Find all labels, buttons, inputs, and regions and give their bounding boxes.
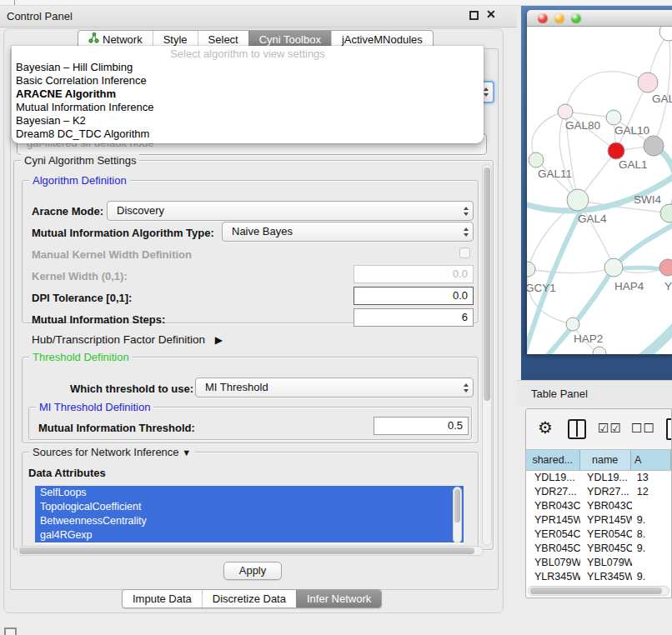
network-edge[interactable] — [528, 268, 614, 273]
tab-infer-network[interactable]: Infer Network — [296, 590, 381, 608]
table-cell: 9. — [632, 542, 671, 556]
network-edge-thick[interactable] — [637, 314, 672, 354]
window-minimize-icon[interactable] — [554, 13, 564, 23]
gear-icon[interactable]: ⚙ — [538, 418, 553, 438]
network-node-hap4[interactable] — [604, 258, 623, 277]
table-hscrollbar[interactable] — [528, 586, 669, 596]
table-row[interactable]: YBR045CYBR045C9. — [526, 542, 671, 556]
network-node-swi4[interactable] — [660, 204, 672, 222]
table-cell: YLR345W — [580, 570, 632, 584]
network-edge[interactable] — [565, 72, 648, 112]
dpi-tolerance-field[interactable]: 0.0 — [354, 287, 474, 305]
attribute-item[interactable]: BetweennessCentrality — [35, 514, 464, 528]
data-attributes-list[interactable]: SelfLoopsTopologicalCoefficientBetweenne… — [35, 486, 464, 544]
close-panel-icon[interactable]: ✕ — [486, 8, 496, 21]
minimized-panel-icon[interactable] — [4, 628, 17, 635]
settings-vscrollbar[interactable] — [482, 164, 492, 546]
network-edge[interactable] — [654, 33, 670, 146]
table-cell: YBL079W — [526, 556, 580, 570]
document-icon[interactable] — [666, 418, 672, 440]
attributes-vscrollbar[interactable] — [453, 487, 462, 543]
which-threshold-combo[interactable]: MI Threshold — [195, 378, 474, 398]
apply-button[interactable]: Apply — [223, 562, 282, 580]
column-header-name[interactable]: name — [580, 450, 631, 470]
table-cell: 9. — [632, 513, 671, 528]
table-header: shared... name A — [526, 449, 671, 471]
kernel-width-field[interactable]: 0.0 — [354, 265, 474, 283]
table-row[interactable]: YBL079WYBL079W — [526, 556, 671, 570]
node-label: GAL80 — [565, 119, 600, 132]
algorithm-option[interactable]: Bayesian – K2 — [12, 114, 484, 128]
attribute-item[interactable]: SelfLoops — [35, 486, 464, 500]
network-node[interactable] — [644, 136, 664, 156]
cyni-settings-title: Cyni Algorithm Settings — [21, 154, 139, 167]
table-cell: YBL079W — [580, 556, 632, 570]
table-row[interactable]: YER054CYER054C8. — [526, 528, 671, 542]
which-threshold-value: MI Threshold — [205, 381, 268, 393]
network-node[interactable] — [593, 347, 606, 354]
tab-impute-data[interactable]: Impute Data — [123, 590, 202, 608]
which-threshold-label: Which threshold to use: — [70, 382, 193, 395]
table-row[interactable]: YDR27...YDR27...12 — [526, 485, 671, 499]
float-panel-icon[interactable] — [469, 11, 479, 20]
table-panel-title: Table Panel — [531, 388, 588, 400]
table-cell: YBR043C — [526, 499, 580, 513]
attribute-item[interactable]: TopologicalCoefficient — [35, 500, 464, 514]
aracne-mode-combo[interactable]: Discovery — [107, 201, 474, 221]
network-node-gal[interactable] — [638, 72, 658, 92]
network-window-titlebar — [527, 10, 672, 27]
node-label: GAL1 — [619, 158, 648, 171]
network-node-gal11[interactable] — [529, 152, 544, 168]
manual-kernel-checkbox[interactable] — [459, 248, 470, 258]
network-node-y[interactable] — [659, 259, 672, 276]
sources-title[interactable]: Sources for Network Inference ▼ — [29, 446, 194, 458]
settings-hscrollbar[interactable] — [17, 546, 484, 556]
network-node-hap2[interactable] — [566, 318, 579, 331]
table-row[interactable]: YPR145WYPR145W9. — [526, 513, 671, 528]
table-row[interactable]: YBR043CYBR043C — [526, 499, 671, 513]
mi-threshold-field[interactable]: 0.5 — [374, 417, 469, 435]
algorithm-definition-title: Algorithm Definition — [29, 174, 130, 187]
table-browser: ⚙ ☑☑ ☐☐ shared... name A YDL19...YDL19..… — [525, 408, 672, 598]
network-node-gcy1[interactable] — [527, 262, 535, 277]
mi-threshold-label: Mutual Information Threshold: — [38, 422, 195, 434]
node-label: HAP2 — [574, 332, 603, 345]
table-row[interactable]: YDL19...YDL19...13 — [526, 471, 671, 485]
algorithm-option[interactable]: Dream8 DC_TDC Algorithm — [12, 128, 484, 141]
network-node-gal4[interactable] — [567, 189, 589, 211]
algorithm-option[interactable]: Mutual Information Inference — [12, 101, 484, 114]
column-header-third[interactable]: A — [631, 450, 671, 470]
network-node[interactable] — [659, 27, 672, 41]
algorithm-option[interactable]: ARACNE Algorithm — [12, 88, 484, 101]
network-canvas[interactable]: GALGAL80GAL10GAL1GAL11GAL4SWI4GCY1HAP4YH… — [527, 27, 672, 354]
table-cell: YDR27... — [526, 485, 580, 499]
algorithm-dropdown-popup: Select algorithm to view settings Bayesi… — [12, 46, 484, 143]
table-toolbar: ⚙ ☑☑ ☐☐ — [526, 409, 671, 449]
columns-icon[interactable] — [568, 419, 586, 439]
window-close-icon[interactable] — [538, 13, 548, 23]
select-all-checks-icon[interactable]: ☑☑ — [598, 421, 622, 436]
mi-algorithm-type-combo[interactable]: Naive Bayes — [222, 222, 474, 242]
algorithm-option[interactable]: Basic Correlation Inference — [12, 74, 484, 88]
deselect-all-checks-icon[interactable]: ☐☐ — [631, 421, 655, 436]
network-node-gal1[interactable] — [608, 142, 624, 159]
window-zoom-icon[interactable] — [571, 13, 581, 23]
mi-threshold-title: MI Threshold Definition — [36, 401, 153, 413]
threshold-definition-title: Threshold Definition — [29, 351, 133, 363]
network-node-gal10[interactable] — [606, 110, 621, 125]
mi-algorithm-type-value: Naive Bayes — [232, 225, 293, 238]
algorithm-option[interactable]: Bayesian – Hill Climbing — [12, 61, 484, 74]
table-cell: YER054C — [580, 528, 632, 542]
hub-section-header[interactable]: Hub/Transcription Factor Definition ▶ — [32, 333, 223, 346]
table-cell: YBR045C — [526, 542, 580, 556]
mi-steps-field[interactable]: 6 — [354, 308, 474, 327]
mi-algorithm-type-label: Mutual Information Algorithm Type: — [32, 227, 214, 239]
tab-discretize-data[interactable]: Discretize Data — [202, 590, 296, 608]
aracne-mode-label: Aracne Mode: — [32, 205, 103, 218]
attribute-item[interactable]: gal4RGexp — [35, 528, 464, 542]
table-row[interactable]: YLR345WYLR345W9. — [526, 570, 671, 584]
table-cell: 9. — [632, 570, 671, 584]
column-header-shared-name[interactable]: shared... — [526, 450, 580, 470]
network-node-gal80[interactable] — [558, 104, 573, 119]
table-cell: YDL19... — [526, 471, 580, 485]
